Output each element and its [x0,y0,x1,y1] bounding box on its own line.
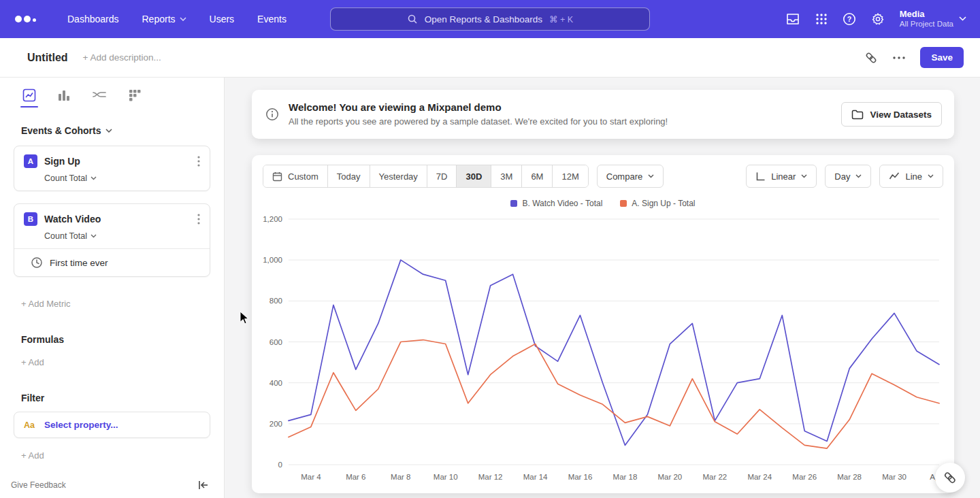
top-nav: Dashboards Reports Users Events Open Rep… [0,0,980,38]
date-range-6m[interactable]: 6M [521,165,552,187]
events-cohorts-label: Events & Cohorts [21,125,101,136]
tab-retention[interactable] [127,84,143,107]
svg-text:Mar 24: Mar 24 [747,473,772,481]
date-range-label: 7D [436,171,448,182]
date-range-12m[interactable]: 12M [552,165,587,187]
filter-header: Filter [21,393,210,403]
share-link-fab[interactable] [935,463,965,493]
data-inbox-icon[interactable] [785,12,800,26]
clock-icon [31,256,43,269]
select-property-label: Select property... [44,420,118,430]
granularity-selector[interactable]: Day [825,165,871,188]
compare-label: Compare [606,171,642,182]
granularity-label: Day [834,171,850,182]
add-filter-button[interactable]: + Add [21,450,44,461]
global-search-input[interactable]: Open Reports & Dashboards ⌘ + K [330,7,650,31]
give-feedback-link[interactable]: Give Feedback [11,480,66,490]
calendar-icon [272,171,282,182]
aggregation-selector[interactable]: Count Total [44,231,97,241]
project-selector[interactable]: Media All Project Data [900,9,966,29]
tab-flows[interactable] [91,84,108,107]
date-range-yesterday[interactable]: Yesterday [370,165,427,187]
svg-text:Mar 4: Mar 4 [301,473,321,481]
text-property-type-icon: Aa [24,420,35,430]
view-datasets-label: View Datasets [870,110,932,120]
date-range-7d[interactable]: 7D [427,165,457,187]
chart-legend: B. Watch Video - Total A. Sign Up - Tota… [252,199,954,208]
nav-events-label: Events [257,14,287,24]
compare-button[interactable]: Compare [597,165,664,188]
nav-dashboards[interactable]: Dashboards [67,14,119,24]
add-metric-button[interactable]: + Add Metric [21,299,71,309]
nav-users[interactable]: Users [210,14,235,24]
date-range-selector: Custom Today Yesterday 7D 30D 3M 6M 12M [263,165,589,188]
project-name: Media [900,9,953,20]
aggregation-label: Count Total [44,231,87,241]
collapse-sidebar-icon[interactable] [198,480,209,490]
chevron-down-icon [648,174,654,178]
scale-selector[interactable]: Linear [746,165,817,188]
help-icon[interactable]: ? [843,12,856,26]
date-range-label: 3M [500,171,512,182]
metric-card-a: A Sign Up Count Total [14,146,210,191]
date-range-custom[interactable]: Custom [263,165,327,187]
svg-text:Mar 8: Mar 8 [391,473,410,481]
search-icon [407,14,418,24]
date-range-label: Today [337,171,361,182]
save-button[interactable]: Save [920,47,964,68]
first-time-ever-label: First time ever [50,258,108,268]
add-formula-button[interactable]: + Add [21,357,44,367]
more-options-icon[interactable] [893,56,905,59]
svg-text:Mar 28: Mar 28 [837,473,862,481]
settings-gear-icon[interactable] [871,12,885,26]
info-icon [265,107,279,121]
metric-event-selector[interactable]: Sign Up [44,156,189,167]
metric-event-selector[interactable]: Watch Video [44,214,189,225]
events-cohorts-header[interactable]: Events & Cohorts [21,125,210,136]
svg-text:Mar 18: Mar 18 [613,473,638,481]
share-link-icon[interactable] [864,51,878,65]
insights-chart-card: Custom Today Yesterday 7D 30D 3M 6M 12M … [252,155,954,493]
add-description-field[interactable]: + Add description... [83,52,161,63]
banner-title: Welcome! You are viewing a Mixpanel demo [289,101,668,114]
line-chart[interactable]: 02004006008001,0001,200Mar 4Mar 6Mar 8Ma… [257,212,943,487]
first-time-ever-option[interactable]: First time ever [14,248,210,276]
apps-grid-icon[interactable] [815,13,828,25]
svg-text:0: 0 [278,461,282,469]
metric-card-b: B Watch Video Count Total First time eve… [14,203,210,277]
legend-swatch [620,200,627,207]
svg-text:?: ? [847,15,851,23]
tab-funnels[interactable] [56,84,72,107]
nav-users-label: Users [210,14,235,24]
project-subtitle: All Project Data [900,20,953,29]
search-placeholder: Open Reports & Dashboards [425,14,542,24]
chevron-down-icon [928,174,934,178]
query-builder-sidebar: Events & Cohorts A Sign Up Count Total [0,78,225,498]
svg-text:Mar 10: Mar 10 [434,473,458,481]
report-title[interactable]: Untitled [27,52,68,64]
legend-item-sign-up[interactable]: A. Sign Up - Total [620,199,695,208]
mixpanel-logo[interactable] [15,16,36,22]
nav-events[interactable]: Events [257,14,287,24]
chevron-down-icon [801,174,807,178]
legend-label: A. Sign Up - Total [632,199,695,208]
date-range-today[interactable]: Today [327,165,370,187]
nav-reports[interactable]: Reports [142,14,186,24]
date-range-3m[interactable]: 3M [491,165,521,187]
svg-text:Mar 12: Mar 12 [478,473,503,481]
banner-subtitle: All the reports you see are powered by a… [289,116,668,128]
metric-options-icon[interactable] [196,212,201,226]
date-range-30d[interactable]: 30D [456,165,491,187]
filter-property-selector[interactable]: Aa Select property... [14,412,210,438]
svg-text:Mar 26: Mar 26 [792,473,817,481]
chart-type-label: Line [905,171,922,182]
metric-badge: A [24,154,37,168]
svg-text:Mar 30: Mar 30 [882,473,906,481]
aggregation-selector[interactable]: Count Total [44,173,97,183]
tab-insights[interactable] [21,84,37,107]
legend-item-watch-video[interactable]: B. Watch Video - Total [510,199,602,208]
view-datasets-button[interactable]: View Datasets [841,102,942,127]
chart-type-selector[interactable]: Line [879,165,943,188]
metric-options-icon[interactable] [196,154,201,168]
axis-icon [755,171,766,182]
